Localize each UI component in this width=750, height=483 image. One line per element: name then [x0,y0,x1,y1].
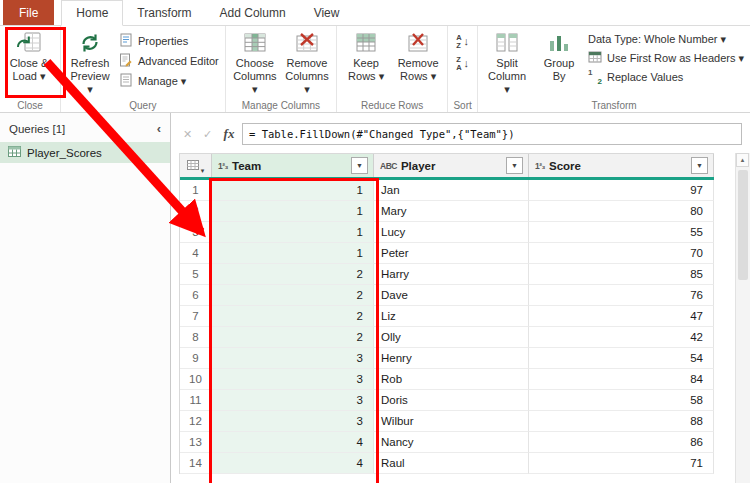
row-number[interactable]: 9 [180,348,212,369]
team-cell[interactable]: 2 [212,264,374,285]
vertical-scrollbar[interactable]: ▴ [735,153,750,483]
player-cell[interactable]: Peter [374,243,529,264]
tab-add-column[interactable]: Add Column [206,0,300,25]
team-cell[interactable]: 3 [212,369,374,390]
scrollbar-thumb[interactable] [738,170,748,280]
score-cell[interactable]: 88 [529,411,714,432]
row-number[interactable]: 14 [180,453,212,474]
player-cell[interactable]: Raul [374,453,529,474]
sort-ascending-button[interactable]: A Z ↓ [456,34,469,50]
player-cell[interactable]: Wilbur [374,411,529,432]
score-cell[interactable]: 42 [529,327,714,348]
score-cell[interactable]: 97 [529,180,714,201]
row-number[interactable]: 7 [180,306,212,327]
row-number[interactable]: 12 [180,411,212,432]
player-cell[interactable]: Nancy [374,432,529,453]
team-cell[interactable]: 2 [212,306,374,327]
score-cell[interactable]: 80 [529,201,714,222]
table-select-all-button[interactable]: ▾ [180,154,212,177]
team-cell[interactable]: 3 [212,348,374,369]
player-cell[interactable]: Harry [374,264,529,285]
score-cell[interactable]: 55 [529,222,714,243]
column-header-score[interactable]: 1²₃ Score ▼ [529,154,714,177]
close-and-load-button[interactable]: Close & Load ▾ [3,28,55,83]
player-cell[interactable]: Henry [374,348,529,369]
player-cell[interactable]: Olly [374,327,529,348]
score-cell[interactable]: 47 [529,306,714,327]
team-cell[interactable]: 3 [212,390,374,411]
score-cell[interactable]: 76 [529,285,714,306]
player-cell[interactable]: Rob [374,369,529,390]
use-first-row-as-headers-button[interactable]: Use First Row as Headers ▾ [588,50,744,66]
row-number[interactable]: 3 [180,222,212,243]
team-cell[interactable]: 1 [212,222,374,243]
tab-view[interactable]: View [300,0,354,25]
row-number[interactable]: 1 [180,180,212,201]
sort-descending-button[interactable]: Z A ↓ [456,56,469,72]
choose-columns-button[interactable]: Choose Columns ▾ [229,28,281,97]
remove-rows-button[interactable]: Remove Rows ▾ [392,28,444,83]
data-type-dropdown[interactable]: Data Type: Whole Number ▾ [588,33,744,46]
row-number[interactable]: 4 [180,243,212,264]
tab-transform[interactable]: Transform [123,0,205,25]
properties-button[interactable]: Properties [119,33,219,49]
remove-columns-button[interactable]: Remove Columns ▾ [281,28,333,97]
row-number[interactable]: 6 [180,285,212,306]
column-header-team[interactable]: 1²₃ Team ▼ [212,154,374,177]
split-column-button[interactable]: Split Column ▾ [481,28,533,97]
filter-button-player[interactable]: ▼ [506,157,523,174]
score-cell[interactable]: 71 [529,453,714,474]
formula-commit-icon[interactable]: ✓ [199,128,216,141]
tab-file[interactable]: File [3,0,54,25]
filter-button-team[interactable]: ▼ [351,157,368,174]
whole-number-type-icon[interactable]: 1²₃ [218,161,228,171]
keep-rows-button[interactable]: Keep Rows ▾ [340,28,392,83]
collapse-panel-icon[interactable]: ‹ [157,122,161,135]
scrollbar-up-icon[interactable]: ▴ [736,153,749,167]
replace-values-button[interactable]: 1 2 Replace Values [588,70,744,84]
fx-icon[interactable]: fx [219,126,239,142]
column-header-player[interactable]: ABC Player ▼ [374,154,529,177]
team-cell[interactable]: 2 [212,285,374,306]
row-number[interactable]: 2 [180,201,212,222]
player-cell[interactable]: Doris [374,390,529,411]
text-type-icon[interactable]: ABC [380,161,397,171]
manage-button[interactable]: Manage ▾ [119,73,219,89]
formula-bar: ✕ ✓ fx = Table.FillDown(#"Changed Type",… [179,121,750,147]
score-cell[interactable]: 58 [529,390,714,411]
team-cell[interactable]: 1 [212,243,374,264]
player-cell[interactable]: Lucy [374,222,529,243]
filter-button-score[interactable]: ▼ [691,157,708,174]
team-cell[interactable]: 2 [212,327,374,348]
team-cell[interactable]: 3 [212,411,374,432]
formula-input[interactable]: = Table.FillDown(#"Changed Type",{"Team"… [242,123,742,145]
team-cell[interactable]: 1 [212,180,374,201]
row-number[interactable]: 11 [180,390,212,411]
player-cell[interactable]: Jan [374,180,529,201]
tab-home[interactable]: Home [61,0,123,26]
score-cell[interactable]: 84 [529,369,714,390]
group-by-button[interactable]: Group By [533,28,585,83]
player-cell[interactable]: Liz [374,306,529,327]
team-cell[interactable]: 1 [212,201,374,222]
player-cell[interactable]: Mary [374,201,529,222]
player-cell[interactable]: Dave [374,285,529,306]
row-number[interactable]: 10 [180,369,212,390]
row-number[interactable]: 13 [180,432,212,453]
split-column-icon [495,31,519,57]
score-cell[interactable]: 70 [529,243,714,264]
team-cell[interactable]: 4 [212,453,374,474]
score-cell[interactable]: 85 [529,264,714,285]
query-item-player-scores[interactable]: Player_Scores [0,142,170,163]
team-cell[interactable]: 4 [212,432,374,453]
advanced-editor-button[interactable]: Advanced Editor [119,53,219,69]
row-number[interactable]: 5 [180,264,212,285]
manage-label: Manage ▾ [138,75,186,88]
whole-number-type-icon[interactable]: 1²₃ [535,161,545,171]
row-number[interactable]: 8 [180,327,212,348]
score-cell[interactable]: 54 [529,348,714,369]
score-cell[interactable]: 86 [529,432,714,453]
refresh-preview-button[interactable]: Refresh Preview ▾ [64,28,116,97]
replace-icon-digit-2: 2 [598,77,602,86]
formula-cancel-icon[interactable]: ✕ [179,128,196,141]
